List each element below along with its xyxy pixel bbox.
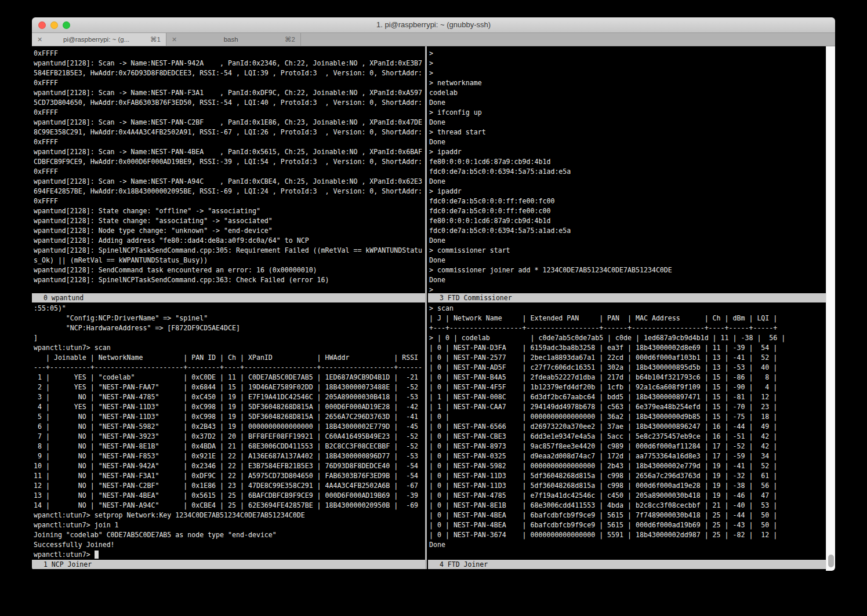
scrollbar-thumb[interactable] <box>828 555 834 567</box>
window-title: 1. pi@raspberrypi: ~ (gnubby-ssh) <box>32 17 835 32</box>
traffic-lights <box>38 21 70 29</box>
pane-wpantund[interactable]: 0xFFFF wpantund[2128]: Scan -> Name:NEST… <box>32 46 425 293</box>
scrollbar[interactable] <box>826 46 835 571</box>
tab-shortcut: ⌘2 <box>285 35 295 43</box>
text-cursor <box>95 551 99 559</box>
terminal-window: 1. pi@raspberrypi: ~ (gnubby-ssh) ✕ pi@r… <box>32 17 835 571</box>
tab-ssh[interactable]: ✕ pi@raspberrypi: ~ (g... ⌘1 <box>32 33 166 46</box>
tab-label: bash <box>181 36 281 43</box>
tab-close-icon[interactable]: ✕ <box>37 36 42 43</box>
minimize-window-button[interactable] <box>50 21 58 29</box>
window-titlebar[interactable]: 1. pi@raspberrypi: ~ (gnubby-ssh) <box>32 17 835 33</box>
pane-status-ncp-joiner: 1 NCP Joiner <box>32 560 425 569</box>
pane-ftd-commissioner[interactable]: > > > > networkname codelab Done > ifcon… <box>428 46 826 293</box>
close-window-button[interactable] <box>38 21 46 29</box>
tab-bar: ✕ pi@raspberrypi: ~ (g... ⌘1 ✕ bash ⌘2 <box>32 33 835 46</box>
pane-status-ftd-commissioner: 3 FTD Commissioner <box>428 293 826 302</box>
tab-label: pi@raspberrypi: ~ (g... <box>46 36 146 43</box>
pane-ftd-joiner[interactable]: > scan | J | Network Name | Extended PAN… <box>428 302 826 560</box>
tab-shortcut: ⌘1 <box>150 35 161 43</box>
pane-status-wpantund: 0 wpantund <box>32 293 425 302</box>
tab-bash[interactable]: ✕ bash ⌘2 <box>166 33 301 46</box>
tab-close-icon[interactable]: ✕ <box>172 36 177 43</box>
zoom-window-button[interactable] <box>63 21 70 29</box>
terminal-content: 0xFFFF wpantund[2128]: Scan -> Name:NEST… <box>32 46 835 571</box>
pane-status-ftd-joiner: 4 FTD Joiner <box>428 560 826 569</box>
pane-ncp-joiner[interactable]: :55:05)" "Config:NCP:DriverName" => "spi… <box>32 302 425 560</box>
pane-divider[interactable] <box>425 46 427 569</box>
